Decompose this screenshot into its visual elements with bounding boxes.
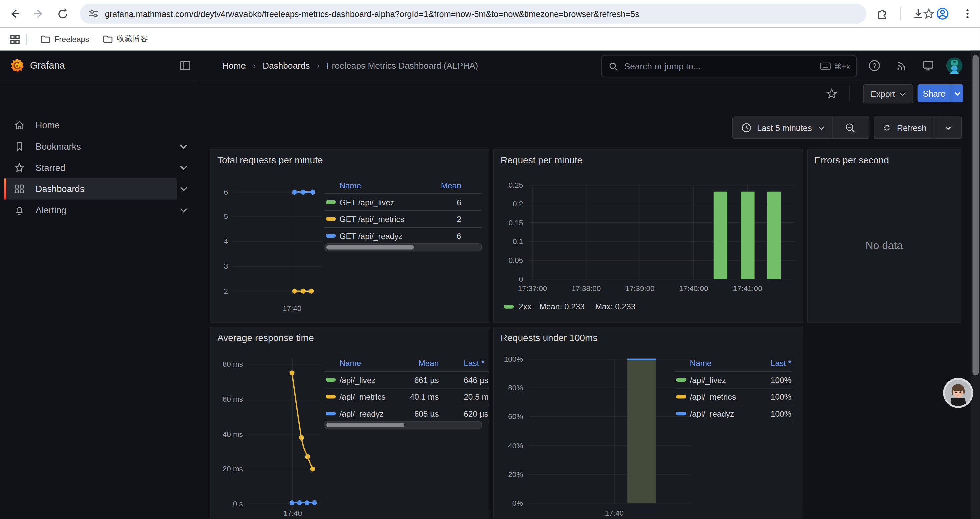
bell-icon bbox=[14, 205, 25, 216]
chevron-down-icon[interactable] bbox=[180, 164, 188, 171]
sidebar-toggle-icon[interactable] bbox=[180, 61, 191, 71]
series-name[interactable]: GET /api/_livez bbox=[339, 197, 427, 207]
sidebar-item-home[interactable]: Home bbox=[4, 115, 177, 136]
legend-header-name[interactable]: Name bbox=[339, 358, 402, 368]
site-settings-icon[interactable] bbox=[88, 7, 100, 20]
series-name[interactable]: /api/_metrics bbox=[690, 392, 751, 401]
series-mean: 40.1 ms bbox=[402, 392, 439, 401]
legend-header-name[interactable]: Name bbox=[690, 358, 751, 368]
legend-header-name[interactable]: Name bbox=[339, 181, 427, 190]
extensions-icon[interactable] bbox=[874, 6, 889, 21]
sidebar-item-bookmarks[interactable]: Bookmarks bbox=[4, 136, 177, 157]
series-name[interactable]: GET /api/_metrics bbox=[339, 214, 427, 224]
legend-header-last[interactable]: Last * bbox=[439, 358, 488, 368]
bookmark-folder-freeleaps[interactable]: Freeleaps bbox=[35, 31, 94, 47]
x-tick: 17:40 bbox=[274, 509, 311, 517]
legend-scrollbar[interactable] bbox=[324, 421, 482, 429]
legend-row[interactable]: GET /api/_livez 6 bbox=[324, 193, 482, 211]
x-tick: 17:41:00 bbox=[725, 284, 769, 293]
breadcrumb-home[interactable]: Home bbox=[223, 61, 246, 71]
actions-divider bbox=[849, 86, 850, 102]
legend-row[interactable]: /api/_livez 100% bbox=[675, 371, 792, 388]
refresh-label[interactable]: Refresh bbox=[897, 123, 927, 132]
share-dropdown-button[interactable] bbox=[951, 85, 963, 102]
keyboard-icon bbox=[820, 62, 830, 70]
sidebar-item-starred[interactable]: Starred bbox=[4, 157, 177, 178]
legend-header-last[interactable]: Last * bbox=[751, 358, 791, 368]
chevron-down-icon[interactable] bbox=[180, 206, 188, 214]
legend-row[interactable]: GET /api/_metrics 2 bbox=[324, 211, 482, 227]
kiosk-monitor-icon[interactable] bbox=[921, 59, 935, 72]
url-text[interactable]: grafana.mathmast.com/d/deytv4rwavabkb/fr… bbox=[105, 9, 843, 18]
legend-row[interactable]: /api/_readyz 605 µs 620 µs bbox=[324, 405, 488, 422]
sidebar-item-dashboards[interactable]: Dashboards bbox=[4, 178, 177, 200]
screen: grafana.mathmast.com/d/deytv4rwavabkb/fr… bbox=[0, 0, 980, 519]
legend-row[interactable]: GET /api/_readyz 6 bbox=[324, 227, 482, 244]
news-rss-icon[interactable] bbox=[894, 59, 908, 72]
series-name[interactable]: /api/_livez bbox=[690, 375, 751, 385]
url-bar[interactable]: grafana.mathmast.com/d/deytv4rwavabkb/fr… bbox=[80, 4, 866, 24]
sidebar-item-label: Bookmarks bbox=[36, 141, 81, 151]
legend-header-mean[interactable]: Mean bbox=[428, 181, 461, 190]
breadcrumb-dashboards[interactable]: Dashboards bbox=[262, 61, 310, 71]
panel-title[interactable]: Errors per second bbox=[814, 155, 889, 165]
dashboards-grid-icon bbox=[14, 184, 25, 195]
floating-avatar[interactable] bbox=[943, 378, 973, 408]
legend-row[interactable]: /api/_readyz 100% bbox=[675, 405, 792, 422]
sidebar-item-alerting[interactable]: Alerting bbox=[4, 200, 177, 221]
y-tick: 20 ms bbox=[210, 464, 243, 473]
legend-row[interactable]: /api/_metrics 40.1 ms 20.5 ms bbox=[324, 388, 488, 405]
help-icon[interactable]: ? bbox=[868, 59, 881, 72]
svg-text:?: ? bbox=[873, 62, 876, 69]
grafana-brand[interactable]: Grafana bbox=[30, 60, 65, 72]
panel-avg-response-time: Average response time 80 ms 60 ms 40 ms … bbox=[210, 327, 490, 519]
legend-scrollbar[interactable] bbox=[324, 243, 482, 251]
user-avatar[interactable] bbox=[946, 57, 963, 75]
chevron-down-icon[interactable] bbox=[945, 126, 951, 130]
control-divider bbox=[934, 117, 935, 138]
chevron-down-icon[interactable] bbox=[818, 126, 824, 130]
page-scrollbar-thumb[interactable] bbox=[973, 55, 979, 375]
export-label: Export bbox=[870, 89, 895, 99]
bookmark-label: Freeleaps bbox=[54, 35, 89, 43]
series-name[interactable]: /api/_metrics bbox=[339, 392, 402, 401]
grafana-logo[interactable] bbox=[9, 57, 25, 74]
y-tick: 5 bbox=[210, 212, 228, 221]
profile-icon[interactable] bbox=[935, 6, 950, 21]
series-last: 20.5 ms bbox=[439, 392, 488, 401]
breadcrumb: Home › Dashboards › Freeleaps Metrics Da… bbox=[223, 51, 478, 81]
series-name[interactable]: GET /api/_readyz bbox=[339, 231, 427, 241]
browser-menu-icon[interactable] bbox=[960, 6, 975, 21]
series-color-pill bbox=[504, 305, 514, 308]
series-name[interactable]: /api/_readyz bbox=[339, 409, 402, 418]
download-icon[interactable] bbox=[911, 6, 926, 21]
y-tick: 40% bbox=[494, 441, 523, 450]
series-name[interactable]: /api/_livez bbox=[339, 375, 402, 385]
legend-row[interactable]: /api/_metrics 100% bbox=[675, 388, 792, 405]
legend-row[interactable]: /api/_livez 661 µs 646 µs bbox=[324, 371, 488, 388]
export-button[interactable]: Export bbox=[863, 85, 913, 103]
reload-icon[interactable] bbox=[55, 6, 70, 21]
series-name[interactable]: /api/_readyz bbox=[690, 409, 751, 418]
series-max: Max: 0.233 bbox=[595, 302, 636, 311]
bookmark-folder-blogs[interactable]: 收藏博客 bbox=[97, 31, 153, 47]
forward-icon[interactable] bbox=[31, 6, 46, 21]
chevron-down-icon[interactable] bbox=[180, 185, 188, 193]
back-icon[interactable] bbox=[7, 6, 22, 21]
series-name[interactable]: 2xx bbox=[519, 302, 531, 311]
share-button[interactable]: Share bbox=[918, 85, 951, 102]
chevron-down-icon[interactable] bbox=[180, 143, 188, 150]
legend-header-mean[interactable]: Mean bbox=[402, 358, 439, 368]
search-input[interactable]: Search or jump to... ⌘+k bbox=[601, 55, 857, 77]
refresh-control: Refresh bbox=[873, 117, 962, 139]
apps-grid-icon[interactable] bbox=[7, 32, 22, 47]
zoom-out-icon[interactable] bbox=[845, 122, 856, 133]
series-mean: 6 bbox=[428, 197, 461, 207]
home-icon bbox=[14, 120, 25, 131]
legend-header: Name Mean Last * bbox=[324, 355, 488, 371]
time-range-label[interactable]: Last 5 minutes bbox=[757, 123, 812, 132]
dashboard-star-icon[interactable] bbox=[826, 88, 838, 99]
series-mean: 2 bbox=[428, 214, 461, 224]
series-mean: 6 bbox=[428, 231, 461, 241]
sidebar-item-label: Starred bbox=[36, 163, 65, 172]
